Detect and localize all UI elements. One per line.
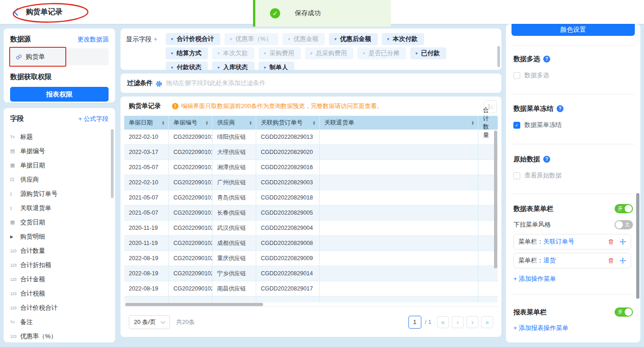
checkbox-checked[interactable]: ✓ bbox=[513, 122, 520, 129]
question-icon[interactable]: ? bbox=[543, 56, 550, 63]
field-item[interactable]: 123合计金额 bbox=[10, 272, 109, 286]
sort-arrows-icon[interactable]: ▲▼ bbox=[249, 120, 252, 125]
field-chip[interactable]: ▼优惠金额 bbox=[282, 33, 325, 45]
first-page-icon[interactable]: « bbox=[437, 316, 449, 328]
field-item[interactable]: 123优惠率（%） bbox=[10, 329, 109, 342]
add-display-field-button[interactable]: + bbox=[154, 35, 157, 43]
horizontal-scrollbar-thumb[interactable] bbox=[125, 303, 263, 306]
chevron-down-icon[interactable]: ▼ bbox=[170, 51, 174, 56]
field-item[interactable]: T≡备注 bbox=[10, 315, 109, 329]
table-row-partial[interactable] bbox=[124, 296, 498, 302]
field-chip[interactable]: ▼制单人 bbox=[259, 62, 294, 70]
field-chip[interactable]: ▼入库状态 bbox=[212, 62, 254, 70]
field-chip[interactable]: ▼合计价税合计 bbox=[166, 33, 220, 45]
field-chip[interactable]: ▼采购费用 bbox=[259, 47, 301, 59]
chevron-down-icon[interactable]: ▼ bbox=[287, 37, 291, 41]
prev-page-icon[interactable]: ‹ bbox=[452, 316, 464, 328]
field-item[interactable]: ▤单据编号 bbox=[10, 144, 109, 158]
table-row[interactable]: 2020-11-19CG20220901021成都供应链CGDD20220829… bbox=[124, 236, 498, 251]
column-header[interactable]: 单据日期▲▼ bbox=[124, 116, 169, 130]
table-row[interactable]: 2021-05-07CG20220901018青岛供应链CGDD20220829… bbox=[124, 190, 498, 205]
sort-arrows-icon[interactable]: ▲▼ bbox=[206, 120, 208, 125]
chevron-down-icon[interactable]: ▼ bbox=[415, 51, 419, 56]
fields-scrollbar[interactable] bbox=[111, 129, 114, 198]
field-item[interactable]: I关联退货单 bbox=[10, 201, 109, 215]
add-report-action-menu-link[interactable]: + 添加报表操作菜单 bbox=[506, 324, 640, 332]
column-header[interactable]: 合计数量 bbox=[478, 116, 498, 130]
field-chip[interactable]: ▼本次付款 bbox=[382, 33, 424, 45]
field-item[interactable]: 123合计价税合计 bbox=[10, 301, 109, 315]
page-number-input[interactable]: 1 bbox=[408, 316, 421, 329]
chevron-down-icon[interactable]: ▼ bbox=[170, 37, 174, 41]
move-icon[interactable] bbox=[620, 239, 626, 245]
report-menubar-toggle[interactable]: 开 bbox=[615, 307, 633, 317]
menubar-item[interactable]: 菜单栏： 关联订单号 bbox=[513, 234, 631, 250]
chevron-down-icon[interactable]: ▼ bbox=[170, 66, 174, 70]
datasource-item[interactable]: 购货单 bbox=[10, 48, 109, 65]
field-item[interactable]: T≡标题 bbox=[10, 130, 109, 144]
table-row[interactable]: 2022-08-19CG20220901024南昌供应链CGDD20220829… bbox=[124, 281, 498, 296]
field-chip[interactable]: ▼优惠率（%） bbox=[224, 33, 278, 45]
field-item[interactable]: I源购货订单号 bbox=[10, 187, 109, 201]
sort-arrows-icon[interactable]: ▲▼ bbox=[162, 120, 165, 125]
field-chip[interactable]: ▼已付款 bbox=[410, 47, 446, 59]
table-row[interactable]: 2020-11-19CG20220901020武汉供应链CGDD20220829… bbox=[124, 221, 498, 236]
color-settings-button[interactable]: 颜色设置 bbox=[512, 24, 635, 36]
report-permission-button[interactable]: 报表权限 bbox=[10, 87, 109, 102]
field-chip[interactable]: ▼优惠后金额 bbox=[329, 33, 377, 45]
field-chip[interactable]: ▼总采购费用 bbox=[305, 47, 353, 59]
column-header[interactable]: 关联退货单▲▼ bbox=[320, 116, 478, 130]
display-fields-scrollbar[interactable] bbox=[497, 46, 500, 67]
field-chip[interactable]: ▼付款状态 bbox=[166, 62, 208, 70]
field-item[interactable]: 123合计数量 bbox=[10, 244, 109, 258]
table-vertical-scrollbar[interactable] bbox=[494, 131, 497, 268]
table-row[interactable]: 2022-03-17CG20220901015大理供应链CGDD20220829… bbox=[124, 145, 498, 160]
field-item[interactable]: ▦单据日期 bbox=[10, 158, 109, 172]
dropdown-style-toggle[interactable]: 关 bbox=[615, 220, 633, 229]
next-page-icon[interactable]: › bbox=[466, 316, 478, 328]
column-header[interactable]: 单据编号▲▼ bbox=[169, 116, 213, 130]
gear-icon[interactable] bbox=[155, 80, 162, 87]
chevron-down-icon[interactable]: ▼ bbox=[229, 37, 233, 41]
add-formula-field-link[interactable]: + 公式字段 bbox=[78, 115, 109, 123]
trash-icon[interactable] bbox=[608, 239, 614, 245]
chevron-down-icon[interactable]: ▼ bbox=[310, 51, 313, 56]
move-icon[interactable] bbox=[620, 257, 626, 264]
field-item[interactable]: ▦交货日期 bbox=[10, 215, 109, 229]
table-row[interactable]: 2022-08-19CG20220901022重庆供应链CGDD20220829… bbox=[124, 251, 498, 266]
column-header[interactable]: 供应商▲▼ bbox=[213, 116, 256, 130]
multi-select-checkbox[interactable]: 数据多选 bbox=[513, 71, 633, 80]
field-item[interactable]: 123合计折扣额 bbox=[10, 258, 109, 272]
chevron-down-icon[interactable]: ▼ bbox=[334, 37, 337, 41]
chevron-down-icon[interactable]: ▼ bbox=[263, 51, 267, 56]
sort-arrows-icon[interactable]: ▲▼ bbox=[313, 120, 316, 125]
field-chip[interactable]: ▼是否已分摊 bbox=[357, 47, 406, 59]
add-action-menu-link[interactable]: + 添加操作菜单 bbox=[506, 275, 640, 283]
checkbox-unchecked[interactable] bbox=[513, 172, 520, 179]
settings-scrollbar[interactable] bbox=[636, 193, 639, 299]
menubar-item[interactable]: 菜单栏： 退货 bbox=[513, 253, 631, 268]
table-row[interactable]: 2021-05-07CG20220901016湘潭供应链CGDD20220829… bbox=[124, 160, 498, 175]
field-chip[interactable]: ▼本次欠款 bbox=[212, 47, 254, 59]
raw-data-checkbox[interactable]: 查看原始数据 bbox=[513, 171, 633, 180]
chevron-down-icon[interactable]: ▼ bbox=[217, 66, 220, 70]
field-chip[interactable]: ▼结算方式 bbox=[166, 47, 208, 59]
question-icon[interactable]: ? bbox=[543, 156, 550, 163]
change-datasource-link[interactable]: 更改数据源 bbox=[78, 35, 109, 44]
chevron-down-icon[interactable]: ▼ bbox=[217, 51, 220, 56]
field-item[interactable]: ▶购货明细 bbox=[10, 229, 109, 244]
table-row[interactable]: 2021-05-07CG20220901019长春供应链CGDD20220829… bbox=[124, 205, 498, 221]
chevron-down-icon[interactable]: ▼ bbox=[362, 51, 366, 56]
checkbox-unchecked[interactable] bbox=[513, 72, 520, 79]
page-size-select[interactable]: 20 条/页 bbox=[129, 315, 170, 329]
last-page-icon[interactable]: » bbox=[481, 316, 493, 328]
sort-arrows-icon[interactable]: ▲▼ bbox=[472, 120, 474, 125]
chevron-down-icon[interactable]: ▼ bbox=[263, 66, 267, 70]
menu-freeze-checkbox[interactable]: ✓ 数据菜单冻结 bbox=[513, 121, 633, 129]
table-row[interactable]: 2022-02-10CG20220901014绵阳供应链CGDD20220829… bbox=[124, 130, 498, 145]
expand-arrow-icon[interactable]: ▶ bbox=[10, 234, 20, 239]
back-icon[interactable] bbox=[12, 7, 21, 17]
table-row[interactable]: 2022-08-19CG20220901023宁乡供应链CGDD20220829… bbox=[124, 266, 498, 281]
trash-icon[interactable] bbox=[608, 257, 614, 264]
field-item[interactable]: ⊡供应商 bbox=[10, 172, 109, 187]
